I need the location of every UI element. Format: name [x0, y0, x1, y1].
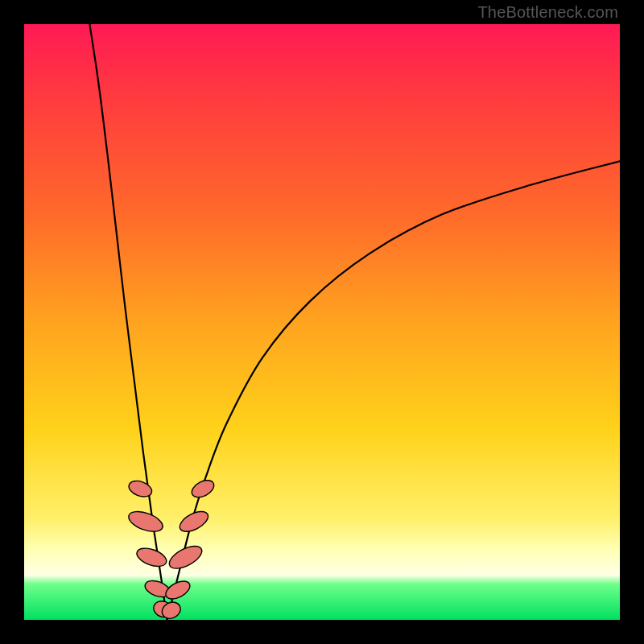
curve-right-branch — [167, 161, 620, 620]
bead-2 — [134, 545, 169, 570]
watermark-text: TheBottleneck.com — [477, 3, 618, 22]
plot-area — [24, 24, 620, 620]
bead-1 — [126, 508, 166, 536]
bead-9 — [189, 477, 217, 501]
chart-frame: TheBottleneck.com — [0, 0, 644, 644]
bead-6 — [163, 578, 192, 603]
bottleneck-curve — [89, 24, 620, 620]
curve-layer — [24, 24, 620, 620]
